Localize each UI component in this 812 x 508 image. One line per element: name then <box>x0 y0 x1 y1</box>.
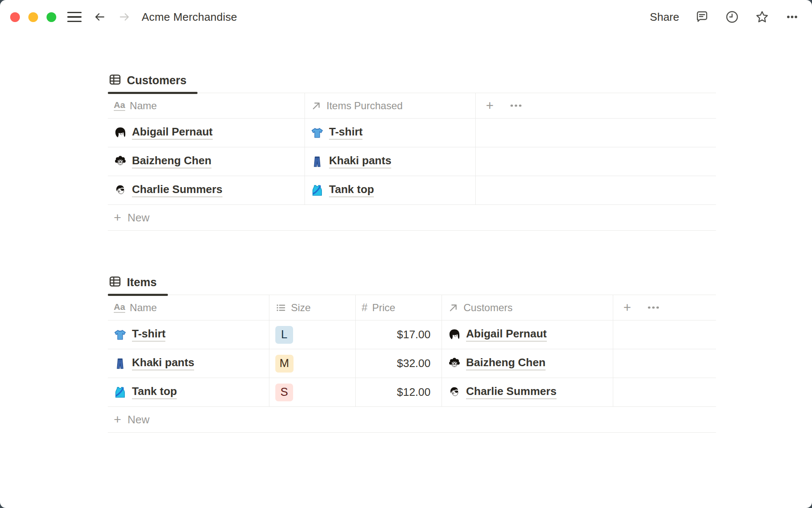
tshirt-icon <box>114 329 126 341</box>
favorite-star-icon[interactable] <box>755 10 769 24</box>
baizheng-avatar <box>114 155 126 168</box>
zoom-window-button[interactable] <box>47 12 56 22</box>
table-cell[interactable]: $17.00 <box>356 320 442 349</box>
page-title-breadcrumb[interactable]: Acme Merchandise <box>142 11 237 24</box>
table-row: Tank topS$12.00Charlie Summers <box>108 378 716 407</box>
page-link[interactable]: Baizheng Chen <box>132 155 211 169</box>
table-options-button[interactable] <box>510 105 521 107</box>
number-property-icon: # <box>362 301 368 314</box>
table-cell-empty[interactable] <box>613 320 716 349</box>
page-link[interactable]: Tank top <box>329 183 374 198</box>
share-button[interactable]: Share <box>650 11 679 24</box>
more-options-icon[interactable] <box>785 10 799 24</box>
app-window: Acme Merchandise Share CustomersAaNameIt… <box>0 0 812 508</box>
tshirt-icon <box>311 127 324 139</box>
page-link[interactable]: Tank top <box>132 385 177 400</box>
view-tab-label: Customers <box>127 74 187 87</box>
tag-chip: L <box>275 326 293 344</box>
topbar: Acme Merchandise Share <box>0 0 812 34</box>
table-cell-empty[interactable] <box>613 378 716 406</box>
column-header-size[interactable]: Size <box>269 295 356 320</box>
new-row-button[interactable]: +New <box>108 205 716 231</box>
add-property-button[interactable]: + <box>623 301 631 314</box>
back-arrow-icon[interactable] <box>93 11 106 23</box>
table-cell[interactable]: S <box>269 378 356 406</box>
select-property-icon <box>275 302 286 313</box>
column-header-items-purchased[interactable]: Items Purchased <box>305 93 476 118</box>
table-view-icon <box>109 73 121 88</box>
table-cell-empty[interactable] <box>476 176 716 204</box>
column-header-customers[interactable]: Customers <box>442 295 613 320</box>
page-link[interactable]: Abigail Pernaut <box>466 328 547 342</box>
sidebar-menu-icon[interactable] <box>67 12 82 22</box>
table-cell[interactable]: Khaki pants <box>305 147 476 176</box>
charlie-avatar <box>114 184 126 197</box>
table-cell[interactable]: Abigail Pernaut <box>108 119 305 147</box>
page-content: CustomersAaNameItems Purchased+Abigail P… <box>108 70 716 433</box>
column-header-label: Name <box>130 302 157 314</box>
view-tab-bar: Customers <box>108 70 716 93</box>
column-header-label: Name <box>130 100 157 112</box>
page-link[interactable]: T-shirt <box>329 126 362 140</box>
column-header-name[interactable]: AaName <box>108 93 305 118</box>
view-tab-bar: Items <box>108 272 716 295</box>
khaki-pants-icon <box>311 155 324 168</box>
table-cell[interactable]: M <box>269 349 356 378</box>
tank-top-icon <box>311 184 324 197</box>
text-property-icon: Aa <box>114 302 125 313</box>
number-value: $12.00 <box>397 386 431 399</box>
table-row: T-shirtL$17.00Abigail Pernaut <box>108 320 716 349</box>
table-cell[interactable]: L <box>269 320 356 349</box>
table-cell[interactable]: Charlie Summers <box>108 176 305 204</box>
relation-property-icon <box>311 100 322 111</box>
close-window-button[interactable] <box>10 12 20 22</box>
table-cell[interactable]: Baizheng Chen <box>442 349 613 378</box>
column-header-name[interactable]: AaName <box>108 295 269 320</box>
table-cell-empty[interactable] <box>476 119 716 147</box>
table-cell[interactable]: $12.00 <box>356 378 442 406</box>
table-cell[interactable]: $32.00 <box>356 349 442 378</box>
relation-property-icon <box>448 302 459 313</box>
table-cell[interactable]: Tank top <box>108 378 269 406</box>
topbar-actions: Share <box>650 10 799 24</box>
page-link[interactable]: Khaki pants <box>132 356 194 371</box>
charlie-avatar <box>448 386 461 399</box>
new-row-label: New <box>128 413 150 426</box>
number-value: $17.00 <box>397 328 431 341</box>
plus-icon: + <box>114 211 121 224</box>
page-link[interactable]: T-shirt <box>132 328 165 342</box>
tank-top-icon <box>114 386 126 399</box>
page-link[interactable]: Abigail Pernaut <box>132 126 213 140</box>
comments-icon[interactable] <box>695 10 709 24</box>
updates-clock-icon[interactable] <box>725 10 739 24</box>
table-cell[interactable]: Tank top <box>305 176 476 204</box>
table-header-actions: + <box>476 93 716 118</box>
view-tab-label: Items <box>127 276 157 289</box>
minimize-window-button[interactable] <box>28 12 38 22</box>
items-database: ItemsAaNameSize#PriceCustomers+T-shirtL$… <box>108 272 716 433</box>
table-cell[interactable]: Khaki pants <box>108 349 269 378</box>
baizheng-avatar <box>448 357 461 370</box>
column-header-label: Price <box>372 302 395 314</box>
column-header-price[interactable]: #Price <box>356 295 442 320</box>
window-controls <box>10 12 56 22</box>
page-link[interactable]: Khaki pants <box>329 155 391 169</box>
table-options-button[interactable] <box>648 306 659 309</box>
table-cell-empty[interactable] <box>613 349 716 378</box>
table-cell[interactable]: Baizheng Chen <box>108 147 305 176</box>
view-tab-customers[interactable]: Customers <box>108 73 198 93</box>
page-link[interactable]: Baizheng Chen <box>466 356 546 371</box>
table-cell[interactable]: Charlie Summers <box>442 378 613 406</box>
table-cell[interactable]: T-shirt <box>305 119 476 147</box>
forward-arrow-icon[interactable] <box>118 11 131 23</box>
table-cell[interactable]: Abigail Pernaut <box>442 320 613 349</box>
table-cell-empty[interactable] <box>476 147 716 176</box>
page-link[interactable]: Charlie Summers <box>132 183 222 198</box>
number-value: $32.00 <box>397 357 431 370</box>
view-tab-items[interactable]: Items <box>108 275 168 295</box>
tag-chip: S <box>275 384 293 401</box>
table-cell[interactable]: T-shirt <box>108 320 269 349</box>
new-row-button[interactable]: +New <box>108 407 716 433</box>
add-property-button[interactable]: + <box>486 99 494 112</box>
page-link[interactable]: Charlie Summers <box>466 385 557 400</box>
